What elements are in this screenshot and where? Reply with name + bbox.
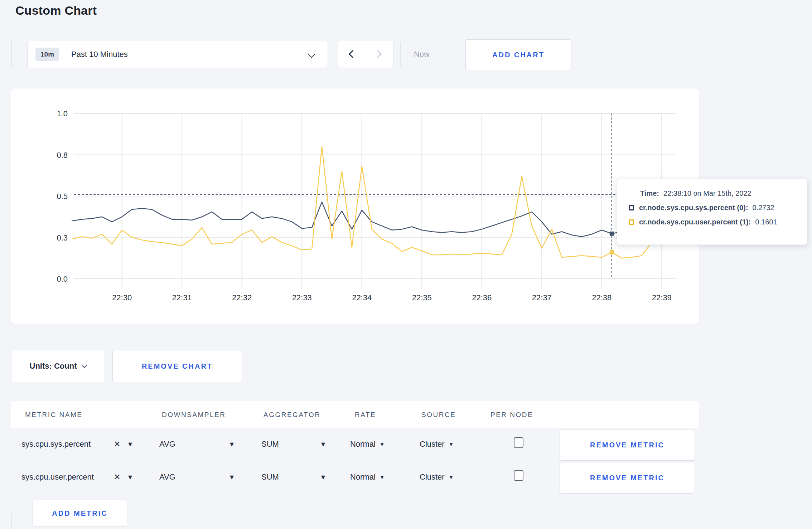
metrics-table-header: METRIC NAME DOWNSAMPLER AGGREGATOR RATE … <box>11 401 699 428</box>
timeseries-chart[interactable]: 0.00.30.50.81.022:3022:3122:3222:3322:34… <box>11 88 700 325</box>
source-value: Cluster <box>420 472 445 482</box>
chevron-down-icon <box>308 51 315 58</box>
header-metric-name: METRIC NAME <box>25 411 83 419</box>
caret-down-icon: ▾ <box>381 474 384 481</box>
svg-text:0.0: 0.0 <box>57 275 68 283</box>
rate-value: Normal <box>350 440 376 449</box>
close-icon[interactable]: ✕ <box>114 440 120 449</box>
svg-text:22:30: 22:30 <box>112 293 132 302</box>
caret-down-icon: ▾ <box>450 474 453 481</box>
header-source: SOURCE <box>421 411 456 419</box>
caret-down-icon[interactable]: ▾ <box>128 472 132 482</box>
svg-text:22:33: 22:33 <box>292 293 312 302</box>
svg-text:1.0: 1.0 <box>57 109 68 118</box>
toolbar-left-divider <box>11 40 12 68</box>
svg-text:0.3: 0.3 <box>57 233 68 242</box>
chevron-down-icon <box>82 362 87 368</box>
caret-down-icon: ▾ <box>381 441 384 448</box>
caret-down-icon: ▾ <box>450 441 453 448</box>
time-window-badge: 10m <box>35 48 59 61</box>
caret-down-icon[interactable]: ▾ <box>230 472 234 482</box>
svg-text:22:32: 22:32 <box>232 293 252 302</box>
prev-time-button[interactable] <box>338 41 366 68</box>
remove-metric-button[interactable]: REMOVE METRIC <box>560 462 695 494</box>
per-node-checkbox[interactable] <box>514 437 523 448</box>
downsampler-select[interactable]: AVG <box>159 472 175 482</box>
tooltip-series-user-label: cr.node.sys.cpu.user.percent (1): <box>639 218 751 226</box>
time-window-selector[interactable]: 10m Past 10 Minutes <box>27 41 328 68</box>
source-select[interactable]: Cluster ▾ <box>420 472 453 482</box>
tooltip-series-sys-value: 0.2732 <box>753 204 774 212</box>
svg-text:22:38: 22:38 <box>592 293 612 302</box>
time-window-label: Past 10 Minutes <box>71 50 128 59</box>
per-node-checkbox[interactable] <box>514 470 523 481</box>
header-aggregator: AGGREGATOR <box>264 411 320 419</box>
svg-text:0.5: 0.5 <box>57 192 68 201</box>
units-label: Units: Count <box>30 361 77 371</box>
aggregator-select[interactable]: SUM <box>261 472 279 482</box>
source-select[interactable]: Cluster ▾ <box>420 440 453 449</box>
tooltip-time-value: 22:38:10 on Mar 15th, 2022 <box>663 189 751 198</box>
chevron-right-icon <box>373 50 382 58</box>
metric-name-value[interactable]: sys.cpu.sys.percent <box>21 440 91 449</box>
source-value: Cluster <box>420 440 445 449</box>
metric-name-value[interactable]: sys.cpu.user.percent <box>21 472 94 482</box>
metric-row: sys.cpu.sys.percent ✕ ▾ AVG ▾ SUM ▾ Norm… <box>11 428 699 461</box>
close-icon[interactable]: ✕ <box>114 472 120 482</box>
header-downsampler: DOWNSAMPLER <box>162 411 226 419</box>
header-per-node: PER NODE <box>490 411 533 419</box>
units-selector[interactable]: Units: Count <box>11 350 105 382</box>
svg-text:22:37: 22:37 <box>532 293 552 302</box>
add-metric-button[interactable]: ADD METRIC <box>33 500 127 527</box>
svg-text:22:39: 22:39 <box>652 293 672 302</box>
bottom-left-divider <box>11 513 12 529</box>
svg-text:22:36: 22:36 <box>472 293 492 302</box>
series-sys-swatch-icon <box>629 205 634 210</box>
caret-down-icon[interactable]: ▾ <box>128 440 132 449</box>
now-button[interactable]: Now <box>400 41 443 68</box>
page-title: Custom Chart <box>15 4 97 18</box>
remove-metric-button[interactable]: REMOVE METRIC <box>560 429 695 461</box>
tooltip-series-row: cr.node.sys.cpu.user.percent (1): 0.1601 <box>629 218 807 226</box>
add-chart-button[interactable]: ADD CHART <box>465 39 571 70</box>
series-user-swatch-icon <box>629 219 634 225</box>
caret-down-icon[interactable]: ▾ <box>321 472 325 482</box>
remove-chart-button[interactable]: REMOVE CHART <box>112 350 242 382</box>
metric-row: sys.cpu.user.percent ✕ ▾ AVG ▾ SUM ▾ Nor… <box>11 461 699 494</box>
svg-text:22:31: 22:31 <box>172 293 192 302</box>
chart-panel: 0.00.30.50.81.022:3022:3122:3222:3322:34… <box>11 88 699 324</box>
next-time-button[interactable] <box>366 41 394 68</box>
rate-select[interactable]: Normal ▾ <box>350 472 383 482</box>
downsampler-select[interactable]: AVG <box>159 440 175 449</box>
rate-select[interactable]: Normal ▾ <box>350 440 383 449</box>
caret-down-icon[interactable]: ▾ <box>230 440 234 449</box>
tooltip-series-sys-label: cr.node.sys.cpu.sys.percent (0): <box>639 204 748 212</box>
aggregator-select[interactable]: SUM <box>261 440 279 449</box>
svg-text:22:34: 22:34 <box>352 293 372 302</box>
caret-down-icon[interactable]: ▾ <box>321 440 325 449</box>
tooltip-series-user-value: 0.1601 <box>755 218 777 226</box>
tooltip-time-label: Time: <box>640 189 659 198</box>
header-rate: RATE <box>355 411 376 419</box>
svg-text:22:35: 22:35 <box>412 293 432 302</box>
tooltip-series-row: cr.node.sys.cpu.sys.percent (0): 0.2732 <box>629 204 807 212</box>
chevron-left-icon <box>349 50 357 58</box>
tooltip-time-row: Time: 22:38:10 on Mar 15th, 2022 <box>629 189 807 198</box>
rate-value: Normal <box>350 472 376 482</box>
chart-tooltip: Time: 22:38:10 on Mar 15th, 2022 cr.node… <box>617 179 807 245</box>
time-pager <box>338 41 394 68</box>
svg-text:0.8: 0.8 <box>57 151 68 160</box>
